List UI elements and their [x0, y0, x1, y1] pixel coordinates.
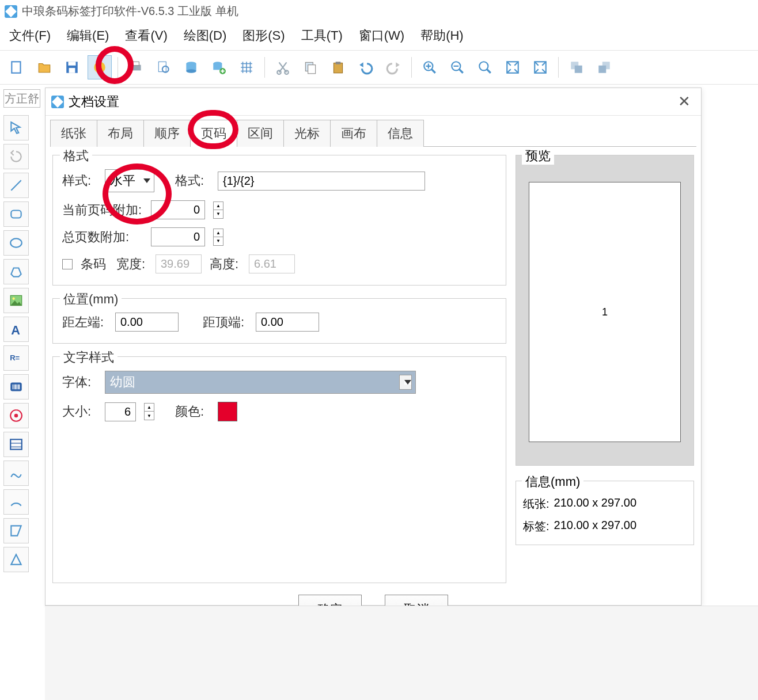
- textstyle-group: 文字样式 字体: 幼圆 大小: ▲▼ 颜色:: [52, 356, 506, 583]
- font-value: 幼圆: [110, 374, 135, 391]
- fit-page-icon[interactable]: [501, 55, 525, 79]
- roundrect-icon[interactable]: [3, 201, 29, 227]
- svg-rect-20: [333, 63, 342, 73]
- gear-icon[interactable]: [88, 55, 112, 79]
- copy-icon[interactable]: [298, 55, 323, 79]
- table-icon[interactable]: [3, 432, 29, 457]
- menu-shape[interactable]: 图形(S): [242, 27, 285, 44]
- size-input[interactable]: [105, 402, 136, 421]
- zoom-in-icon[interactable]: [418, 55, 442, 79]
- tab-range[interactable]: 区间: [237, 120, 284, 147]
- redo-icon[interactable]: [381, 55, 405, 79]
- left-input[interactable]: [115, 313, 179, 332]
- grid-icon[interactable]: [234, 55, 259, 79]
- database-add-icon[interactable]: [207, 55, 231, 79]
- shape-icon[interactable]: [3, 518, 29, 543]
- svg-rect-30: [598, 66, 606, 73]
- layers2-icon[interactable]: [592, 55, 616, 79]
- preview-page: 1: [529, 182, 681, 442]
- preview-page-number: 1: [602, 306, 608, 318]
- open-icon[interactable]: [32, 55, 56, 79]
- top-label: 距顶端:: [203, 314, 248, 331]
- format-input[interactable]: [218, 172, 425, 191]
- database-icon[interactable]: [179, 55, 203, 79]
- rotate-icon[interactable]: [3, 144, 29, 169]
- svg-point-5: [98, 66, 102, 70]
- menu-draw[interactable]: 绘图(D): [184, 27, 227, 44]
- font-tab[interactable]: 方正舒: [3, 89, 40, 108]
- barcode-checkbox[interactable]: [62, 259, 73, 269]
- menu-view[interactable]: 查看(V): [125, 27, 167, 44]
- image-icon[interactable]: [3, 288, 29, 313]
- triangle-icon[interactable]: [3, 547, 29, 572]
- svg-text:A: A: [11, 323, 20, 337]
- curve-icon[interactable]: [3, 461, 29, 486]
- style-select[interactable]: 水平: [105, 169, 154, 192]
- tab-info[interactable]: 信息: [377, 120, 424, 147]
- richtext-icon[interactable]: R=: [3, 345, 29, 371]
- separator-icon: [118, 57, 118, 78]
- dialog-titlebar: 文档设置 ✕: [46, 88, 701, 116]
- total-spinner[interactable]: ▲▼: [213, 229, 223, 246]
- menu-window[interactable]: 窗口(W): [359, 27, 404, 44]
- print-preview-icon[interactable]: [151, 55, 176, 79]
- svg-rect-2: [69, 62, 76, 66]
- arc-icon[interactable]: [3, 489, 29, 515]
- left-label: 距左端:: [62, 314, 107, 331]
- zoom-icon[interactable]: [473, 55, 497, 79]
- tab-paper[interactable]: 纸张: [50, 120, 97, 147]
- paste-icon[interactable]: [326, 55, 350, 79]
- menu-tools[interactable]: 工具(T): [301, 27, 343, 44]
- tab-page-number[interactable]: 页码: [190, 120, 237, 147]
- close-icon[interactable]: ✕: [673, 93, 695, 111]
- textstyle-legend: 文字样式: [60, 349, 118, 366]
- svg-point-17: [285, 70, 289, 74]
- size-spinner[interactable]: ▲▼: [144, 403, 154, 420]
- new-doc-icon[interactable]: [5, 55, 29, 79]
- pointer-icon[interactable]: [3, 115, 29, 140]
- zoom-out-icon[interactable]: [445, 55, 469, 79]
- tab-layout[interactable]: 布局: [97, 120, 144, 147]
- tab-cursor[interactable]: 光标: [283, 120, 331, 147]
- menu-edit[interactable]: 编辑(E): [67, 27, 109, 44]
- svg-point-24: [479, 62, 488, 70]
- color-swatch[interactable]: [218, 402, 237, 421]
- dialog-icon: [51, 96, 64, 108]
- tab-order[interactable]: 顺序: [143, 120, 191, 147]
- paper-label: 纸张:: [523, 496, 549, 512]
- cut-icon[interactable]: [271, 55, 295, 79]
- position-legend: 位置(mm): [60, 291, 122, 308]
- info-legend: 信息(mm): [522, 473, 583, 490]
- paper-value: 210.00 x 297.00: [554, 496, 636, 512]
- layers-icon[interactable]: [564, 55, 589, 79]
- barcode-icon[interactable]: [3, 374, 29, 400]
- top-input[interactable]: [256, 313, 319, 332]
- main-toolbar: [0, 50, 758, 85]
- menu-help[interactable]: 帮助(H): [420, 27, 464, 44]
- font-select[interactable]: 幼圆: [105, 371, 416, 394]
- preview-legend: 预览: [522, 147, 554, 165]
- svg-rect-0: [12, 62, 20, 73]
- curpage-spinner[interactable]: ▲▼: [213, 201, 223, 219]
- ellipse-icon[interactable]: [3, 230, 29, 256]
- style-label: 样式:: [62, 172, 97, 189]
- undo-icon[interactable]: [354, 55, 378, 79]
- curpage-input[interactable]: [151, 200, 205, 219]
- polygon-icon[interactable]: [3, 259, 29, 284]
- qrcode-icon[interactable]: [3, 403, 29, 428]
- line-icon[interactable]: [3, 173, 29, 198]
- print-icon[interactable]: [124, 55, 148, 79]
- text-icon[interactable]: A: [3, 317, 29, 342]
- height-input: [249, 254, 295, 273]
- app-icon: [5, 5, 17, 18]
- separator-icon: [411, 57, 412, 78]
- total-input[interactable]: [151, 227, 205, 246]
- info-group: 信息(mm) 纸张: 210.00 x 297.00 标签: 210.00 x …: [516, 481, 694, 545]
- tab-canvas[interactable]: 画布: [330, 120, 377, 147]
- fit-width-icon[interactable]: [528, 55, 552, 79]
- dialog-title: 文档设置: [69, 93, 119, 111]
- menu-file[interactable]: 文件(F): [9, 27, 51, 44]
- chevron-down-icon: [143, 178, 150, 183]
- format-legend: 格式: [60, 147, 92, 165]
- save-icon[interactable]: [60, 55, 84, 79]
